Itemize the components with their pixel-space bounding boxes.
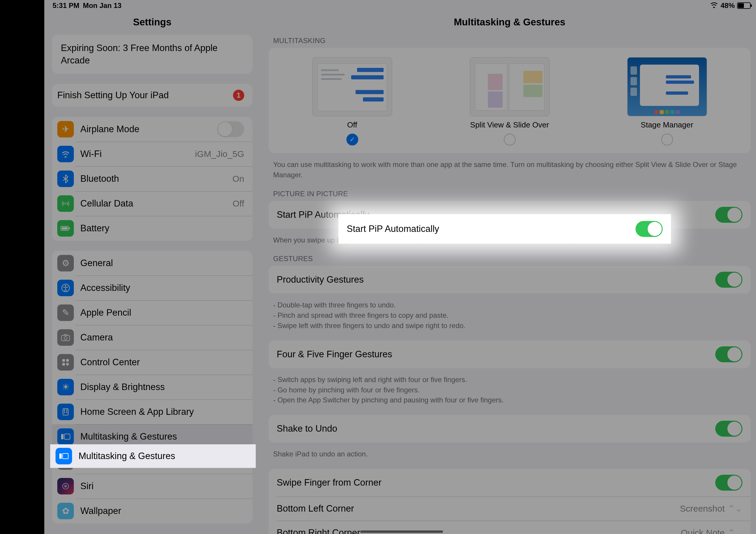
- svg-point-21: [64, 485, 67, 488]
- status-bar: 5:31 PM Mon Jan 13 48%: [44, 0, 756, 11]
- sidebar-item-accessibility[interactable]: Accessibility: [52, 276, 253, 300]
- shake-group: Shake to Undo: [268, 415, 751, 443]
- siri-icon: [57, 478, 74, 495]
- system-group: ⚙ General Accessibility ✎ Apple Pencil: [52, 251, 253, 523]
- pip-row-highlight[interactable]: Start PiP Automatically: [338, 214, 671, 244]
- sidebar-item-control-center[interactable]: Control Center: [52, 350, 253, 375]
- gestures-header: GESTURES: [260, 255, 756, 266]
- sidebar-item-battery[interactable]: Battery: [52, 216, 253, 241]
- swipe-corner-toggle[interactable]: [715, 475, 742, 491]
- sidebar-item-camera[interactable]: Camera: [52, 325, 253, 350]
- sidebar-item-wifi[interactable]: Wi-Fi iGM_Jio_5G: [52, 141, 253, 166]
- updown-icon: ⌃⌄: [728, 527, 742, 534]
- status-date: Mon Jan 13: [83, 1, 122, 10]
- sidebar-item-homescreen[interactable]: Home Screen & App Library: [52, 399, 253, 424]
- shake-toggle[interactable]: [715, 421, 742, 437]
- fourfive-group: Four & Five Finger Gestures: [268, 341, 751, 368]
- multitasking-options: Off ✓ Split View & Slide Over: [268, 48, 751, 153]
- battery-pct: 48%: [720, 1, 735, 10]
- svg-rect-2: [69, 227, 70, 229]
- corners-group: Swipe Finger from Corner Bottom Left Cor…: [268, 469, 751, 534]
- bottom-right-row[interactable]: Bottom Right Corner Quick Note ⌃⌄: [268, 521, 751, 534]
- swipe-corner-row[interactable]: Swipe Finger from Corner: [268, 469, 751, 496]
- cellular-icon: [57, 195, 74, 212]
- finish-setup-row[interactable]: Finish Setting Up Your iPad 1: [52, 84, 253, 107]
- gear-icon: ⚙: [57, 255, 74, 271]
- pip-header: PICTURE IN PICTURE: [260, 190, 756, 201]
- airplane-icon: ✈: [57, 121, 74, 138]
- sidebar-item-multitasking-highlight[interactable]: Multitasking & Gestures: [50, 444, 256, 468]
- fourfive-toggle[interactable]: [715, 346, 742, 362]
- svg-rect-16: [66, 412, 67, 413]
- svg-rect-22: [59, 453, 62, 459]
- svg-rect-23: [63, 453, 68, 459]
- svg-point-5: [65, 285, 67, 287]
- svg-rect-9: [66, 359, 69, 362]
- accessibility-icon: [57, 280, 74, 296]
- sidebar-item-pencil[interactable]: ✎ Apple Pencil: [52, 300, 253, 325]
- pip-toggle-highlight[interactable]: [635, 221, 663, 237]
- svg-rect-18: [65, 434, 70, 439]
- detail-pane: Multitasking & Gestures MULTITASKING: [260, 0, 756, 534]
- svg-rect-10: [62, 363, 65, 366]
- finish-setup-badge: 1: [233, 90, 244, 101]
- radio-stage[interactable]: [661, 134, 673, 145]
- svg-point-7: [64, 337, 67, 340]
- pip-toggle[interactable]: [715, 207, 742, 223]
- promo-row[interactable]: Expiring Soon: 3 Free Months of Apple Ar…: [52, 35, 253, 74]
- battery-settings-icon: [57, 220, 74, 237]
- svg-rect-17: [61, 434, 64, 439]
- productivity-toggle[interactable]: [715, 272, 742, 288]
- radio-off[interactable]: ✓: [346, 134, 358, 145]
- pencil-icon: ✎: [57, 304, 74, 321]
- mt-option-stage[interactable]: Stage Manager: [594, 57, 740, 145]
- multitasking-header: MULTITASKING: [260, 37, 756, 48]
- mt-option-off[interactable]: Off ✓: [280, 57, 425, 145]
- svg-rect-12: [63, 409, 68, 415]
- wifi-icon: [710, 1, 718, 10]
- productivity-group: Productivity Gestures: [268, 266, 751, 293]
- promo-group[interactable]: Expiring Soon: 3 Free Months of Apple Ar…: [52, 35, 253, 74]
- sidebar-item-cellular[interactable]: Cellular Data Off: [52, 191, 253, 216]
- svg-rect-8: [62, 359, 65, 362]
- wallpaper-icon: ✿: [57, 503, 74, 519]
- svg-point-0: [65, 203, 66, 204]
- productivity-footer: - Double-tap with three fingers to undo.…: [260, 296, 756, 331]
- svg-rect-3: [62, 227, 68, 230]
- updown-icon: ⌃⌄: [728, 503, 742, 514]
- brightness-icon: ☀: [57, 379, 74, 395]
- sidebar-item-general[interactable]: ⚙ General: [52, 251, 253, 276]
- svg-rect-14: [66, 410, 67, 411]
- control-center-icon: [57, 354, 74, 370]
- airplane-toggle[interactable]: [217, 121, 244, 137]
- productivity-row[interactable]: Productivity Gestures: [268, 266, 751, 293]
- connectivity-group: ✈ Airplane Mode Wi-Fi iGM_Jio_5G Bluetoo…: [52, 117, 253, 241]
- mt-preview-stage: [627, 57, 707, 116]
- shake-row[interactable]: Shake to Undo: [268, 415, 751, 443]
- shake-footer: Shake iPad to undo an action.: [260, 445, 756, 459]
- svg-rect-6: [62, 336, 70, 341]
- sidebar-item-siri[interactable]: Siri: [52, 474, 253, 498]
- multitasking-icon: [56, 448, 72, 464]
- fourfive-footer: - Switch apps by swiping left and right …: [260, 371, 756, 405]
- sidebar-item-wallpaper[interactable]: ✿ Wallpaper: [52, 498, 253, 523]
- bottom-left-row[interactable]: Bottom Left Corner Screenshot ⌃⌄: [268, 496, 751, 521]
- svg-rect-11: [66, 363, 69, 366]
- mt-preview-off: [312, 57, 392, 116]
- sidebar-item-bluetooth[interactable]: Bluetooth On: [52, 166, 253, 191]
- sidebar-item-airplane[interactable]: ✈ Airplane Mode: [52, 117, 253, 141]
- finish-setup-group[interactable]: Finish Setting Up Your iPad 1: [52, 84, 253, 107]
- radio-split[interactable]: [504, 134, 516, 145]
- fourfive-row[interactable]: Four & Five Finger Gestures: [268, 341, 751, 368]
- mt-option-split[interactable]: Split View & Slide Over: [437, 57, 582, 145]
- svg-rect-13: [64, 410, 65, 411]
- sidebar-item-display[interactable]: ☀ Display & Brightness: [52, 375, 253, 399]
- multitasking-footer: You can use multitasking to work with mo…: [260, 156, 756, 180]
- camera-icon: [57, 329, 74, 346]
- svg-rect-15: [64, 412, 65, 413]
- multitasking-icon: [57, 428, 74, 445]
- home-indicator[interactable]: [360, 530, 443, 533]
- battery-icon: [737, 2, 751, 9]
- status-time: 5:31 PM: [53, 1, 79, 10]
- wifi-settings-icon: [57, 146, 74, 162]
